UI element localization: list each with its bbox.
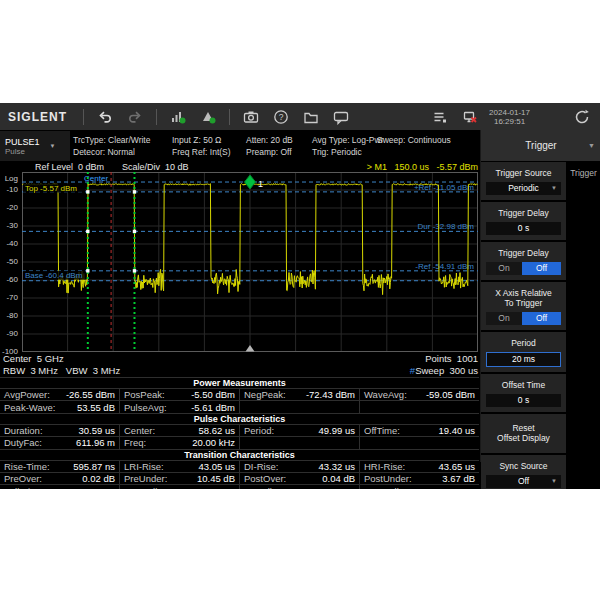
- measurement-cell: Fall-Time:1.17 us: [0, 485, 119, 489]
- y-tick-label: -50: [0, 257, 18, 266]
- sync-source-item: Sync Source Off ▼: [481, 455, 566, 489]
- x-axis-relative-label: X Axis Relative To Trigger: [484, 288, 563, 308]
- measurement-cell: OffTime:19.40 us: [359, 425, 479, 436]
- measurement-cell: [359, 437, 479, 448]
- trigger-delay-value[interactable]: 0 s: [486, 222, 561, 235]
- trigger-source-dropdown[interactable]: Periodic ▼: [486, 182, 561, 195]
- trigger-delay-label: Trigger Delay: [484, 208, 563, 218]
- measurement-cell: Peak-Wave:53.55 dB: [0, 401, 119, 412]
- svg-text:?: ?: [279, 112, 284, 122]
- ref-level-label[interactable]: Ref Level 0 dBm: [35, 162, 104, 172]
- table-row: DutyFac:611.96 mFreq:20.00 kHz: [0, 437, 479, 449]
- table-row: Peak-Wave:53.55 dBPulseAvg:-5.61 dBm: [0, 401, 479, 413]
- trigger-panel: Trigger ▼ Trigger Source Periodic ▼ Trig…: [480, 130, 600, 462]
- x-axis-relative-item: X Axis Relative To Trigger On Off: [481, 282, 566, 330]
- toolbar: SIGLENT ? 2024-01-17 16:29:51: [0, 103, 600, 130]
- measurement-cell: NegPeak:-72.43 dBm: [239, 389, 359, 400]
- message-icon[interactable]: [333, 109, 349, 125]
- offset-time-label: Offset Time: [484, 380, 563, 390]
- table-row: Fall-Time:1.17 usLRI-Fall:74.79 usDI-Fal…: [0, 485, 479, 489]
- toggle-on[interactable]: On: [486, 312, 522, 325]
- toggle-on[interactable]: On: [486, 262, 522, 275]
- points-label: Points 1001: [425, 353, 478, 364]
- task-list-icon[interactable]: [432, 109, 448, 125]
- trigger-delay-toggle[interactable]: On Off: [486, 262, 561, 275]
- screenshot-icon[interactable]: [243, 109, 259, 125]
- measurement-cell: Center:58.62 us: [119, 425, 239, 436]
- network-disconnected-icon[interactable]: [462, 109, 478, 125]
- y-tick-label: -60: [0, 275, 18, 284]
- chart-header: Ref Level 0 dBm Scale/Div 10 dB > M1 150…: [0, 162, 480, 172]
- trace-settings-icon[interactable]: [170, 109, 186, 125]
- help-icon[interactable]: ?: [273, 109, 289, 125]
- panel-title: Trigger: [525, 140, 556, 151]
- ref-line-label: +Ref -11.05 dBm: [414, 183, 474, 192]
- panel-tab-strip: Trigger: [566, 162, 600, 462]
- chevron-down-icon: ▼: [551, 182, 557, 195]
- period-label: Period: [484, 338, 563, 348]
- panel-items: Trigger Source Periodic ▼ Trigger Delay …: [481, 162, 566, 462]
- datetime-display: 2024-01-17 16:29:51: [489, 108, 530, 126]
- measurement-cell: PreOver:0.02 dB: [0, 473, 119, 484]
- ref-line-label: -Ref -54.91 dBm: [415, 262, 474, 271]
- divider: [83, 109, 84, 125]
- chart-area: Ref Level 0 dBm Scale/Div 10 dB > M1 150…: [0, 162, 480, 489]
- measurement-cell: Rise-Time:595.87 ns: [0, 461, 119, 472]
- trigger-delay-toggle-item: Trigger Delay On Off: [481, 242, 566, 280]
- measurement-cell: [239, 401, 359, 412]
- offset-time-value[interactable]: 0 s: [486, 394, 561, 407]
- peak-marker-icon[interactable]: [200, 109, 216, 125]
- x-axis-relative-toggle[interactable]: On Off: [486, 312, 561, 325]
- ref-line-label: Top -5.57 dBm: [25, 184, 77, 193]
- config-bar: PULSE1 Pulse ▼ TrcType: Clear/WriteDetec…: [0, 130, 480, 162]
- trigger-delay-item: Trigger Delay 0 s: [481, 202, 566, 240]
- scale-div-label[interactable]: Scale/Div 10 dB: [122, 162, 189, 172]
- channel-selector[interactable]: PULSE1 Pulse ▼: [0, 131, 70, 161]
- measurement-cell: DI-Rise:43.32 us: [239, 461, 359, 472]
- measurement-cell: PostOver:0.04 dB: [239, 473, 359, 484]
- file-icon[interactable]: [303, 109, 319, 125]
- toggle-off[interactable]: Off: [522, 262, 561, 275]
- trace-plot[interactable]: +Ref -11.05 dBmDur -32.98 dBm-Ref -54.91…: [22, 172, 478, 352]
- channel-name: PULSE1: [5, 137, 40, 147]
- y-tick-label: -10: [0, 185, 18, 194]
- measurement-cell: LRI-Rise:43.05 us: [119, 461, 239, 472]
- reset-offset-display-label: Reset Offset Display: [484, 423, 563, 443]
- config-col-atten: Atten: 20 dBPreamp: Off: [246, 134, 293, 158]
- panel-header[interactable]: Trigger ▼: [481, 130, 600, 162]
- measurement-cell: PosPeak:-5.50 dBm: [119, 389, 239, 400]
- y-tick-label: -80: [0, 311, 18, 320]
- period-value[interactable]: 20 ms: [486, 352, 561, 367]
- measurement-cell: DI-Fall:73.91 us: [239, 485, 359, 489]
- history-icon[interactable]: [574, 109, 590, 125]
- measurement-cell: [239, 437, 359, 448]
- measurement-cell: PulseAvg:-5.61 dBm: [119, 401, 239, 412]
- measurement-cell: [359, 401, 479, 412]
- table-row: AvgPower:-26.55 dBmPosPeak:-5.50 dBmNegP…: [0, 389, 479, 401]
- y-scale-label: Log: [0, 174, 18, 183]
- reset-offset-display-button[interactable]: Reset Offset Display: [481, 414, 566, 453]
- marker-readout: > M1 150.0 us -5.57 dBm: [367, 162, 478, 172]
- y-tick-label: -90: [0, 329, 18, 338]
- rbw-label: RBW 3 MHz: [3, 365, 58, 376]
- measurement-cell: Duration:30.59 us: [0, 425, 119, 436]
- marker-m1[interactable]: [245, 175, 256, 189]
- chevron-down-icon: ▼: [50, 143, 56, 149]
- toggle-off[interactable]: Off: [522, 312, 561, 325]
- sync-source-dropdown[interactable]: Off ▼: [486, 475, 561, 488]
- table-row: PreOver:0.02 dBPreUnder:10.45 dBPostOver…: [0, 473, 479, 485]
- center-freq-label: Center 5 GHz: [3, 353, 64, 364]
- undo-icon[interactable]: [97, 109, 113, 125]
- divider: [156, 109, 157, 125]
- measurement-cell: Period:49.99 us: [239, 425, 359, 436]
- redo-icon[interactable]: [127, 109, 143, 125]
- chevron-down-icon: ▼: [551, 475, 557, 488]
- y-tick-label: -40: [0, 239, 18, 248]
- config-col-input: Input Z: 50 ΩFreq Ref: Int(S): [172, 134, 231, 158]
- measurement-cell: WaveAvg:-59.05 dBm: [359, 389, 479, 400]
- measurement-cell: PreUnder:10.45 dB: [119, 473, 239, 484]
- trigger-delay-toggle-label: Trigger Delay: [484, 248, 563, 258]
- channel-mode: Pulse: [5, 147, 40, 156]
- tab-trigger[interactable]: Trigger: [570, 168, 597, 178]
- y-tick-label: -30: [0, 221, 18, 230]
